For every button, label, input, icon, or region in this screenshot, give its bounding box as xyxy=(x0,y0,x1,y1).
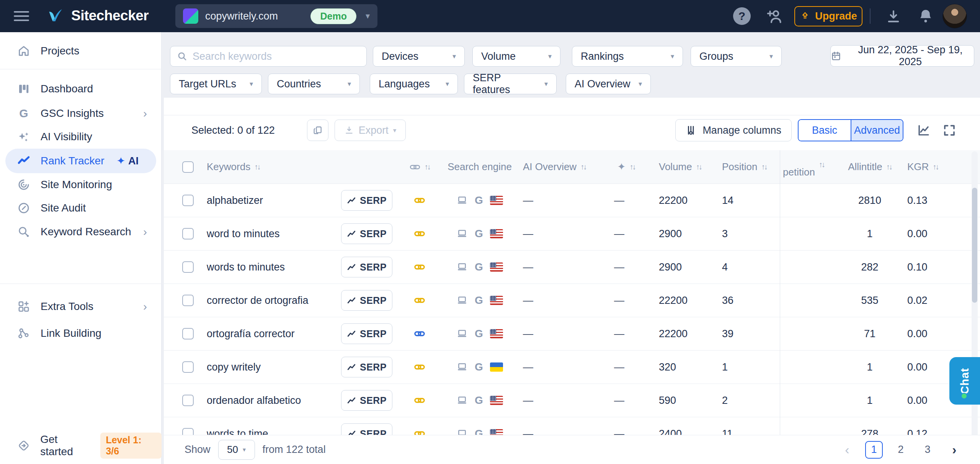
sort-icon[interactable]: ↑↓ xyxy=(629,162,635,171)
sidebar-item-site-audit[interactable]: Site Audit xyxy=(0,196,162,220)
backlink-icon[interactable] xyxy=(413,194,426,207)
invite-user-icon[interactable] xyxy=(766,8,783,25)
page-size-select[interactable]: 50 ▾ xyxy=(218,440,255,460)
sort-icon[interactable]: ↑↓ xyxy=(761,162,767,171)
row-checkbox[interactable] xyxy=(182,261,194,273)
table-row: words to time SERP G — — 2400 11 278 0.1… xyxy=(164,417,980,435)
chevron-down-icon: ▾ xyxy=(366,11,370,21)
chat-widget-button[interactable]: Chat xyxy=(949,357,980,405)
table-row: words to minutes SERP G — — 2900 4 282 0… xyxy=(164,251,980,284)
filter-groups[interactable]: Groups▾ xyxy=(691,46,782,67)
table-row: ordenador alfabetico SERP G — — 590 2 1 … xyxy=(164,384,980,417)
table-footer: Show 50 ▾ from 122 total ‹ 1 2 3 › xyxy=(164,435,980,464)
search-input[interactable] xyxy=(193,51,360,62)
chart-view-icon[interactable] xyxy=(916,123,931,138)
serp-button[interactable]: SERP xyxy=(341,357,392,377)
manage-columns-button[interactable]: Manage columns xyxy=(675,119,792,141)
scrollbar-thumb[interactable] xyxy=(972,188,977,303)
sort-icon[interactable]: ↑↓ xyxy=(696,162,701,171)
backlink-icon[interactable] xyxy=(413,394,426,407)
row-checkbox[interactable] xyxy=(182,428,194,435)
backlink-icon[interactable] xyxy=(413,228,426,240)
filter-ai-overview[interactable]: AI Overview▾ xyxy=(566,74,651,94)
sort-icon[interactable]: ↑↓ xyxy=(254,162,260,171)
serp-button[interactable]: SERP xyxy=(341,290,392,311)
help-icon[interactable]: ? xyxy=(733,7,751,25)
copy-icon xyxy=(312,125,323,136)
sidebar-item-site-monitoring[interactable]: Site Monitoring xyxy=(0,172,162,197)
backlink-icon[interactable] xyxy=(413,261,426,273)
sort-icon[interactable]: ↑↓ xyxy=(886,162,892,171)
sidebar-item-get-started[interactable]: Get started Level 1: 3/6 xyxy=(0,433,162,458)
google-g-icon: G xyxy=(475,262,483,272)
filter-countries[interactable]: Countries▾ xyxy=(268,74,360,94)
row-checkbox[interactable] xyxy=(182,361,194,373)
backlink-icon[interactable] xyxy=(413,361,426,373)
sidebar-item-ai-visibility[interactable]: AI Visibility xyxy=(0,125,162,149)
backlink-icon[interactable] xyxy=(413,328,426,340)
download-icon[interactable] xyxy=(885,8,902,25)
sidebar-item-dashboard[interactable]: Dashboard xyxy=(0,77,162,101)
caret-down-icon: ▾ xyxy=(342,80,351,88)
export-button[interactable]: Export ▾ xyxy=(335,120,406,141)
row-checkbox[interactable] xyxy=(182,228,194,239)
serp-button[interactable]: SERP xyxy=(341,423,392,435)
row-checkbox[interactable] xyxy=(182,195,194,206)
notifications-bell-icon[interactable] xyxy=(917,7,934,25)
sidebar-item-link-building[interactable]: Link Building xyxy=(0,321,162,346)
filter-serp-features[interactable]: SERP features▾ xyxy=(464,74,557,94)
keyword-search xyxy=(170,46,367,67)
serp-button[interactable]: SERP xyxy=(341,223,392,244)
backlink-icon[interactable] xyxy=(413,294,426,307)
sidebar-item-gsc-insights[interactable]: G GSC Insights › xyxy=(0,101,162,126)
row-checkbox[interactable] xyxy=(182,395,194,406)
page-button-2[interactable]: 2 xyxy=(892,441,910,459)
filter-languages[interactable]: Languages▾ xyxy=(370,74,458,94)
frozen-column-divider xyxy=(780,150,780,435)
page-button-1[interactable]: 1 xyxy=(865,441,883,459)
sidebar-item-label: Extra Tools xyxy=(41,300,93,313)
backlink-icon[interactable] xyxy=(413,428,426,435)
caret-down-icon: ▾ xyxy=(543,52,552,61)
serp-button[interactable]: SERP xyxy=(341,257,392,277)
filter-volume[interactable]: Volume▾ xyxy=(472,46,560,67)
serp-button[interactable]: SERP xyxy=(341,190,392,211)
sidebar-item-extra-tools[interactable]: Extra Tools › xyxy=(0,294,162,319)
caret-down-icon: ▾ xyxy=(244,80,253,88)
user-avatar[interactable] xyxy=(942,4,967,28)
filter-devices[interactable]: Devices▾ xyxy=(373,46,465,67)
filter-rankings[interactable]: Rankings▾ xyxy=(572,46,683,67)
chevron-right-icon: › xyxy=(143,301,147,312)
date-range-picker[interactable]: Jun 22, 2025 - Sep 19, 2025 xyxy=(830,45,974,67)
sort-icon[interactable]: ↑↓ xyxy=(819,160,824,169)
vertical-scrollbar[interactable] xyxy=(972,151,978,460)
sort-icon[interactable]: ↑↓ xyxy=(933,162,938,171)
basic-tab[interactable]: Basic xyxy=(799,120,851,141)
serp-button[interactable]: SERP xyxy=(341,323,392,344)
row-checkbox[interactable] xyxy=(182,328,194,339)
select-all-checkbox[interactable] xyxy=(182,161,194,173)
prev-page-button[interactable]: ‹ xyxy=(838,441,856,459)
filter-label: Target URLs xyxy=(179,78,236,90)
hamburger-menu-icon[interactable] xyxy=(14,11,29,21)
spark-cell: — xyxy=(614,395,624,407)
keyword-cell: ortografía corrector xyxy=(207,328,295,340)
filter-target-urls[interactable]: Target URLs▾ xyxy=(170,74,262,94)
upgrade-button[interactable]: Upgrade xyxy=(794,6,862,26)
sort-icon[interactable]: ↑↓ xyxy=(425,162,430,171)
sidebar-item-projects[interactable]: Projects xyxy=(0,39,162,63)
copy-button[interactable] xyxy=(307,120,328,141)
sidebar-item-rank-tracker[interactable]: Rank Tracker ✦ AI xyxy=(5,149,156,173)
sidebar-item-keyword-research[interactable]: Keyword Research › xyxy=(0,220,162,244)
serp-button[interactable]: SERP xyxy=(341,390,392,411)
date-range-label: Jun 22, 2025 - Sep 19, 2025 xyxy=(847,44,974,68)
topbar-separator xyxy=(870,8,871,24)
next-page-button[interactable]: › xyxy=(946,441,963,459)
ai-overview-cell: — xyxy=(523,195,533,207)
page-button-3[interactable]: 3 xyxy=(919,441,936,459)
sort-icon[interactable]: ↑↓ xyxy=(580,162,586,171)
project-selector[interactable]: copywritely.com Demo ▾ xyxy=(175,4,377,28)
fullscreen-icon[interactable] xyxy=(942,123,956,137)
row-checkbox[interactable] xyxy=(182,295,194,306)
advanced-tab[interactable]: Advanced xyxy=(851,120,903,141)
